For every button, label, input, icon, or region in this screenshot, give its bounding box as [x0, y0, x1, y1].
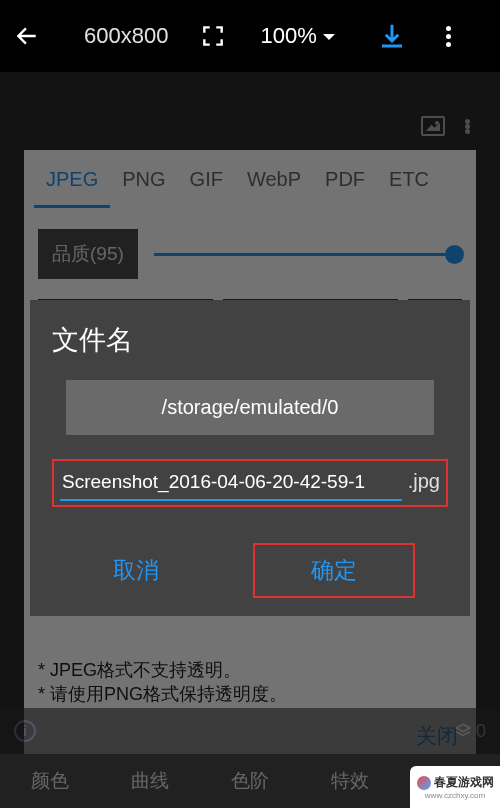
filename-input[interactable]	[60, 467, 402, 501]
watermark-name: 春夏游戏网	[434, 774, 494, 791]
top-toolbar: 600x800 100%	[0, 0, 500, 72]
dialog-actions: 取消 确定	[52, 543, 448, 598]
filename-dialog: 文件名 /storage/emulated/0 .jpg 取消 确定	[30, 300, 470, 616]
confirm-button[interactable]: 确定	[253, 543, 415, 598]
image-dimensions: 600x800	[84, 23, 168, 49]
more-icon[interactable]	[437, 26, 461, 47]
fullscreen-icon[interactable]	[200, 23, 226, 49]
cancel-button[interactable]: 取消	[85, 547, 187, 594]
back-icon[interactable]	[14, 23, 40, 49]
watermark-logo-icon	[417, 776, 431, 790]
dialog-title: 文件名	[52, 322, 448, 358]
watermark-url: www.czchxy.com	[425, 791, 485, 800]
save-path-button[interactable]: /storage/emulated/0	[66, 380, 434, 435]
download-icon[interactable]	[377, 21, 407, 51]
filename-row: .jpg	[52, 459, 448, 507]
chevron-down-icon	[321, 23, 337, 49]
watermark: 春夏游戏网 www.czchxy.com	[410, 766, 500, 808]
file-extension: .jpg	[408, 470, 440, 497]
zoom-value: 100%	[260, 23, 316, 49]
zoom-dropdown[interactable]: 100%	[260, 23, 336, 49]
